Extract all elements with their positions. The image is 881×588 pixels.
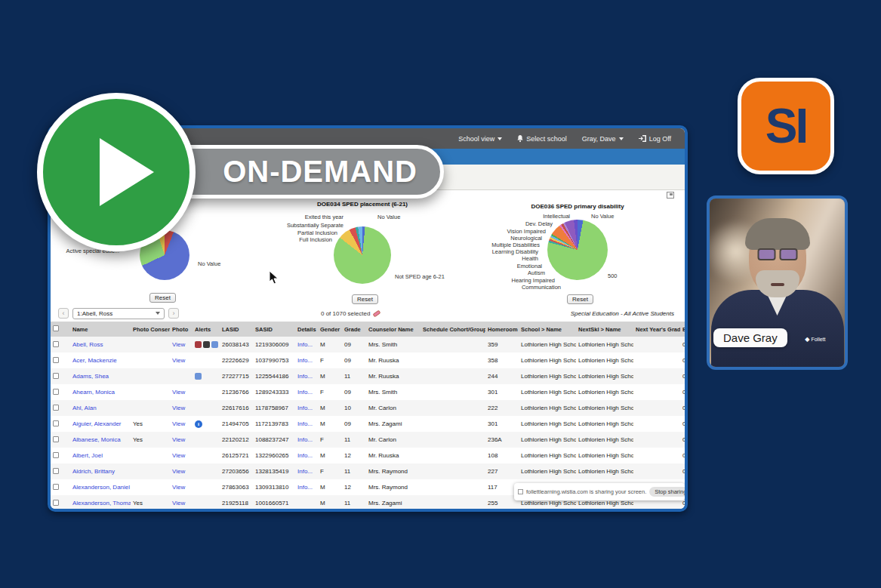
- reset-button[interactable]: Reset: [352, 294, 378, 304]
- presenter-name-tag: Dave Gray: [713, 328, 787, 347]
- row-checkbox[interactable]: [53, 373, 59, 379]
- row-checkbox[interactable]: [53, 484, 59, 490]
- photo-link[interactable]: View: [172, 357, 185, 364]
- pie-slice-label: Health: [522, 256, 538, 262]
- details-link[interactable]: Info...: [297, 436, 313, 443]
- presenter-webcam: ◆ Follett Dave Gray: [707, 195, 848, 370]
- name-link[interactable]: Albanese, Monica: [72, 436, 121, 443]
- column-header[interactable]: Counselor Name: [366, 322, 420, 337]
- logout-icon: [639, 135, 646, 142]
- name-link[interactable]: Alexanderson, Daniel: [72, 484, 130, 491]
- details-link[interactable]: Info...: [297, 468, 313, 475]
- row-checkbox[interactable]: [53, 452, 59, 458]
- name-link[interactable]: Ahearn, Monica: [72, 389, 115, 396]
- reset-button[interactable]: Reset: [567, 294, 593, 304]
- chevron-down-icon: [497, 137, 502, 140]
- pie-chart-1[interactable]: [334, 226, 391, 284]
- name-link[interactable]: Albert, Joel: [72, 452, 103, 459]
- pie-slice-label: Learning Disability: [492, 249, 538, 255]
- topbar-item-gray-dave[interactable]: Gray, Dave: [582, 135, 624, 143]
- photo-link[interactable]: View: [172, 484, 185, 491]
- pie-slice-label: Neurological: [510, 236, 542, 242]
- pie-slice-label: Emotional: [517, 263, 542, 269]
- row-checkbox[interactable]: [53, 468, 59, 474]
- next-record-button[interactable]: ›: [168, 308, 179, 319]
- pie-slice-label: Exited this year: [305, 214, 343, 220]
- clear-selection-icon[interactable]: [373, 309, 381, 317]
- details-link[interactable]: Info...: [297, 357, 313, 364]
- alert-dark-icon[interactable]: [203, 341, 210, 348]
- play-button[interactable]: [37, 93, 196, 251]
- topbar-item-school-view[interactable]: School view: [458, 135, 502, 143]
- name-link[interactable]: Acer, Mackenzie: [72, 357, 117, 364]
- topbar-item-log-off[interactable]: Log Off: [639, 135, 671, 143]
- row-checkbox[interactable]: [53, 500, 59, 506]
- column-header[interactable]: Schedule Cohort/Group: [420, 322, 485, 337]
- column-header[interactable]: NextSkl > Name: [576, 322, 633, 337]
- photo-link[interactable]: View: [172, 389, 185, 396]
- column-header[interactable]: EnrollS: [680, 322, 685, 337]
- table-row: Ahl, AlanView226176161178758967Info...M1…: [51, 400, 685, 416]
- column-header[interactable]: Alerts: [193, 322, 220, 337]
- row-checkbox[interactable]: [53, 389, 59, 395]
- popout-icon[interactable]: [667, 192, 674, 199]
- prev-record-button[interactable]: ‹: [58, 308, 69, 319]
- column-header[interactable]: Name: [70, 322, 131, 337]
- row-checkbox[interactable]: [53, 436, 59, 442]
- details-link[interactable]: Info...: [297, 420, 313, 427]
- reset-button[interactable]: Reset: [149, 293, 176, 303]
- column-header[interactable]: Photo Consent: [131, 322, 170, 337]
- row-checkbox[interactable]: [53, 420, 59, 426]
- name-link[interactable]: Alexanderson, Thomas: [72, 500, 131, 506]
- details-link[interactable]: Info...: [297, 373, 313, 380]
- photo-link[interactable]: View: [172, 500, 185, 506]
- column-header[interactable]: Homeroom: [485, 322, 519, 337]
- details-link[interactable]: Info...: [297, 341, 313, 348]
- pie-slice-label: Autism: [528, 270, 545, 276]
- column-header[interactable]: Grade: [342, 322, 366, 337]
- photo-link[interactable]: View: [172, 468, 185, 475]
- column-header[interactable]: [51, 322, 70, 337]
- pie-slice-label: No Value: [377, 214, 400, 220]
- table-header-row: NamePhoto ConsentPhotoAlertsLASIDSASIDDe…: [51, 322, 685, 337]
- details-link[interactable]: Info...: [297, 484, 313, 491]
- pie-slice-label: Multiple Disabilities: [491, 242, 540, 248]
- name-link[interactable]: Aiguier, Alexander: [72, 420, 122, 427]
- alert-red-icon[interactable]: [195, 341, 202, 348]
- photo-link[interactable]: View: [172, 405, 185, 411]
- alert-blue-icon[interactable]: [195, 373, 202, 380]
- row-checkbox[interactable]: [53, 341, 59, 347]
- row-checkbox[interactable]: [53, 405, 59, 411]
- column-header[interactable]: School > Name: [519, 322, 576, 337]
- pie-chart-2[interactable]: [547, 220, 608, 280]
- column-header[interactable]: LASID: [220, 322, 253, 337]
- si-brand-logo: SI: [738, 78, 834, 174]
- row-checkbox[interactable]: [53, 357, 59, 363]
- photo-link[interactable]: View: [172, 341, 185, 348]
- column-header[interactable]: Gender: [318, 322, 342, 337]
- name-link[interactable]: Abell, Ross: [72, 341, 103, 348]
- photo-link[interactable]: View: [172, 420, 185, 427]
- name-link[interactable]: Adams, Shea: [72, 373, 109, 380]
- name-link[interactable]: Ahl, Alan: [72, 405, 97, 411]
- topbar-item-select-school[interactable]: Select school: [517, 135, 567, 143]
- info-circle-icon[interactable]: i: [195, 420, 202, 428]
- alert-blue-icon[interactable]: [211, 341, 218, 348]
- column-header[interactable]: Details: [295, 322, 318, 337]
- details-link[interactable]: Info...: [297, 389, 313, 396]
- stop-sharing-button[interactable]: Stop sharing: [649, 487, 688, 497]
- column-header[interactable]: Next Year's Grade: [633, 322, 680, 337]
- select-all-checkbox[interactable]: [53, 325, 59, 331]
- photo-link[interactable]: View: [172, 436, 185, 443]
- photo-link[interactable]: View: [172, 452, 185, 459]
- record-select[interactable]: 1:Abell, Ross: [72, 308, 165, 319]
- column-header[interactable]: SASID: [253, 322, 295, 337]
- details-link[interactable]: Info...: [297, 452, 313, 459]
- details-link[interactable]: Info...: [297, 405, 313, 411]
- table-row: Abell, RossView260381431219306009Info...…: [51, 337, 685, 352]
- display-icon: [518, 489, 523, 494]
- record-select-value: 1:Abell, Ross: [77, 310, 112, 317]
- name-link[interactable]: Aldrich, Brittany: [72, 468, 115, 475]
- column-header[interactable]: Photo: [170, 322, 193, 337]
- table-row: Albanese, MonicaYesView22120212108823724…: [51, 432, 685, 448]
